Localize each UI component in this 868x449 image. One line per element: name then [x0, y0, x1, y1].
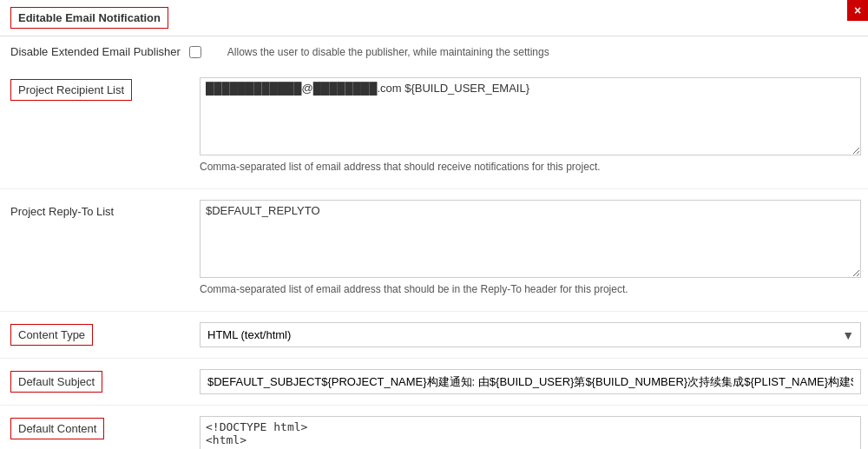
subject-label-cell: Default Subject	[0, 366, 200, 398]
close-button[interactable]: ×	[847, 0, 868, 21]
recipient-textarea[interactable]: <span class="redacted"></span> ${BUILD_U…	[200, 77, 861, 155]
main-container: Editable Email Notification × Disable Ex…	[0, 0, 868, 449]
content-type-label-cell: Content Type	[0, 319, 200, 351]
replyto-row: Project Reply-To List $DEFAULT_REPLYTO C…	[0, 189, 868, 312]
default-content-row: Default Content <!DOCTYPE html> <html>	[0, 406, 868, 449]
content-type-label: Content Type	[10, 324, 93, 346]
default-content-textarea[interactable]: <!DOCTYPE html> <html>	[200, 416, 861, 449]
replyto-label: Project Reply-To List	[10, 201, 114, 221]
disable-checkbox[interactable]	[189, 46, 201, 58]
default-content-label-cell: Default Content	[0, 413, 200, 445]
content-type-select[interactable]: HTML (text/html) Plain Text (text/plain)…	[200, 322, 861, 347]
recipient-list-label: Project Recipient List	[10, 79, 132, 101]
replyto-content: $DEFAULT_REPLYTO Comma-separated list of…	[200, 196, 868, 304]
recipient-row: Project Recipient List <span class="reda…	[0, 67, 868, 189]
content-type-select-wrapper: HTML (text/html) Plain Text (text/plain)…	[200, 322, 861, 347]
subject-row: Default Subject	[0, 359, 868, 406]
disable-row: Disable Extended Email Publisher Allows …	[0, 36, 868, 67]
replyto-label-cell: Project Reply-To List	[0, 196, 200, 227]
content-type-row: Content Type HTML (text/html) Plain Text…	[0, 312, 868, 359]
disable-label: Disable Extended Email Publisher	[10, 45, 181, 58]
dialog-title: Editable Email Notification	[10, 7, 168, 29]
form-content: Disable Extended Email Publisher Allows …	[0, 36, 868, 449]
replyto-helper-text: Comma-separated list of email address th…	[200, 283, 861, 295]
header-bar: Editable Email Notification ×	[0, 0, 868, 36]
subject-input[interactable]	[200, 369, 861, 394]
recipient-helper-text: Comma-separated list of email address th…	[200, 161, 861, 173]
default-content-content: <!DOCTYPE html> <html>	[200, 413, 868, 449]
default-subject-label: Default Subject	[10, 371, 102, 393]
subject-content	[200, 366, 868, 398]
replyto-textarea[interactable]: $DEFAULT_REPLYTO	[200, 200, 861, 278]
disable-helper-text: Allows the user to disable the publisher…	[227, 46, 549, 58]
default-content-label: Default Content	[10, 418, 104, 439]
content-type-content: HTML (text/html) Plain Text (text/plain)…	[200, 319, 868, 351]
recipient-content: <span class="redacted"></span> ${BUILD_U…	[200, 74, 868, 182]
recipient-label-cell: Project Recipient List	[0, 74, 200, 106]
